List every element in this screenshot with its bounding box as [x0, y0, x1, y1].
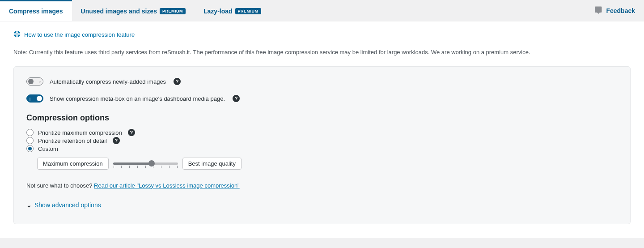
compression-options-title: Compression options: [26, 113, 618, 123]
toggle-meta-box[interactable]: |: [26, 94, 43, 103]
toggle-indicator: ○: [38, 80, 41, 84]
help-icon[interactable]: ?: [233, 95, 240, 102]
tab-label: Unused images and sizes: [81, 8, 157, 15]
toggle-knob: [37, 96, 42, 101]
toggle-auto-compress[interactable]: ○: [26, 77, 43, 86]
radio-label: Prioritize retention of detail: [38, 137, 107, 144]
tab-label: Lazy-load: [203, 8, 233, 15]
slider-track: [113, 162, 178, 165]
help-link[interactable]: How to use the image compression feature: [13, 30, 631, 39]
tabs-group: Compress images Unused images and sizes …: [0, 0, 270, 21]
svg-line-2: [15, 32, 16, 33]
show-advanced-toggle[interactable]: ⌄ Show advanced options: [26, 201, 618, 209]
slider-max-label: Best image quality: [182, 158, 242, 170]
svg-line-5: [15, 35, 16, 36]
settings-panel: ○ Automatically compress newly-added ima…: [13, 66, 631, 224]
toggle-indicator: |: [30, 97, 30, 101]
radio-row-max-compression: Prioritize maximum compression ?: [26, 129, 618, 136]
toggle-row-auto-compress: ○ Automatically compress newly-added ima…: [26, 77, 618, 86]
radio-row-custom: Custom: [26, 145, 618, 152]
radio-row-retention: Prioritize retention of detail ?: [26, 137, 618, 144]
tab-label: Compress images: [9, 8, 63, 15]
main-content: How to use the image compression feature…: [0, 21, 644, 238]
article-prefix: Not sure what to choose?: [26, 182, 94, 189]
quality-slider[interactable]: [113, 160, 178, 168]
toggle-label: Automatically compress newly-added image…: [50, 78, 166, 85]
toggle-label: Show compression meta-box on an image's …: [50, 95, 225, 102]
chevron-down-icon: ⌄: [26, 201, 32, 209]
help-icon[interactable]: ?: [113, 137, 120, 144]
help-icon[interactable]: ?: [174, 78, 181, 85]
radio-custom[interactable]: [26, 145, 34, 152]
slider-fill: [113, 162, 151, 165]
article-help-row: Not sure what to choose? Read our articl…: [26, 182, 618, 189]
note-text: Note: Currently this feature uses third …: [13, 49, 631, 56]
help-icon[interactable]: ?: [128, 129, 135, 136]
radio-retention[interactable]: [26, 137, 34, 144]
radio-label: Prioritize maximum compression: [38, 129, 122, 136]
premium-badge: PREMIUM: [235, 8, 261, 14]
tab-lazy-load[interactable]: Lazy-load PREMIUM: [195, 0, 270, 21]
svg-line-4: [18, 32, 19, 33]
premium-badge: PREMIUM: [160, 8, 186, 14]
radio-max-compression[interactable]: [26, 129, 34, 136]
article-link[interactable]: Read our article "Lossy vs Lossless imag…: [94, 182, 240, 189]
speech-bubble-icon: [594, 6, 602, 15]
slider-ticks: [113, 166, 178, 168]
help-link-text: How to use the image compression feature: [24, 31, 135, 38]
svg-point-1: [16, 33, 18, 35]
feedback-label: Feedback: [606, 7, 635, 14]
lifesaver-icon: [13, 30, 21, 39]
tab-unused-images[interactable]: Unused images and sizes PREMIUM: [72, 0, 195, 21]
svg-line-3: [18, 35, 19, 36]
compression-radio-group: Prioritize maximum compression ? Priorit…: [26, 129, 618, 152]
feedback-link[interactable]: Feedback: [594, 6, 644, 15]
advanced-label: Show advanced options: [34, 201, 101, 209]
radio-label: Custom: [38, 145, 58, 152]
toggle-row-meta-box: | Show compression meta-box on an image'…: [26, 94, 618, 103]
slider-min-label: Maximum compression: [37, 158, 109, 170]
toggle-knob: [28, 79, 34, 84]
tab-compress-images[interactable]: Compress images: [0, 0, 72, 21]
tab-bar: Compress images Unused images and sizes …: [0, 0, 644, 21]
quality-slider-row: Maximum compression Best image quality: [37, 158, 618, 170]
